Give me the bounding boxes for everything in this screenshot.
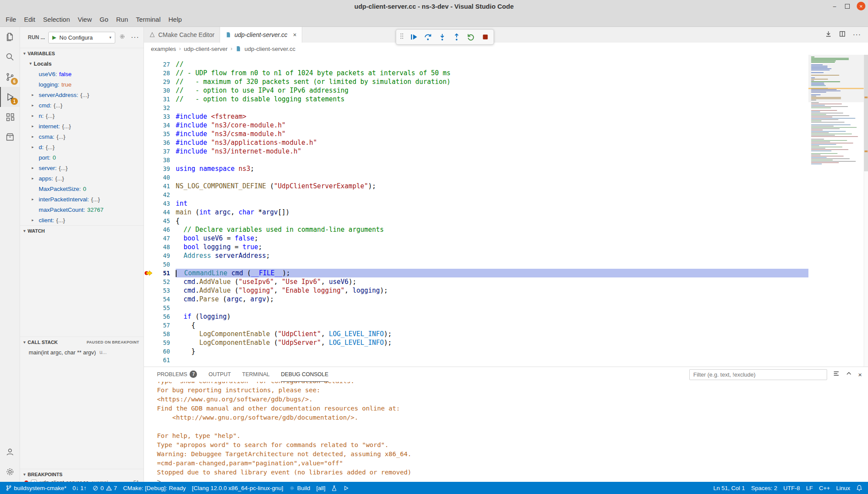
launch-config-dropdown[interactable]: ▶ No Configura ▾ — [48, 32, 115, 43]
variable-row[interactable]: maxPacketCount:32767 — [20, 204, 144, 215]
variables-section-header[interactable]: ▾ VARIABLES — [20, 48, 144, 58]
line-number[interactable]: 40 — [155, 174, 170, 181]
gutter-margin[interactable] — [144, 321, 155, 330]
breakpoints-section-header[interactable]: ▾ BREAKPOINTS — [20, 469, 144, 479]
menu-run[interactable]: Run — [112, 12, 132, 27]
search-icon[interactable] — [0, 47, 20, 67]
code-line[interactable]: 38 — [144, 156, 808, 164]
menu-edit[interactable]: Edit — [20, 12, 39, 27]
split-editor-icon[interactable] — [839, 30, 846, 39]
cmake-status-item[interactable]: CMake: [Debug]: Ready — [120, 482, 189, 494]
gutter-margin[interactable] — [144, 234, 155, 243]
line-number[interactable]: 50 — [155, 261, 170, 268]
code-line[interactable]: 56 if (logging) — [144, 312, 808, 321]
code-line[interactable]: 42 — [144, 190, 808, 199]
code-line[interactable]: 58 LogComponentEnable ("UdpClient", LOG_… — [144, 330, 808, 338]
variable-row[interactable]: ▸interPacketInterval:{...} — [20, 194, 144, 204]
menu-file[interactable]: File — [2, 12, 20, 27]
line-number[interactable]: 37 — [155, 148, 170, 155]
console-filter-input[interactable] — [689, 369, 827, 380]
gutter-margin[interactable] — [144, 147, 155, 156]
gutter-margin[interactable] — [144, 304, 155, 312]
code-line[interactable]: 48 bool logging = true; — [144, 243, 808, 251]
more-actions-icon[interactable]: ··· — [853, 31, 861, 39]
console-prompt[interactable]: > — [157, 477, 868, 482]
tab-udp-client-server[interactable]: udp-client-server.cc × — [220, 27, 302, 43]
gutter-margin[interactable] — [144, 112, 155, 121]
panel-tab-problems[interactable]: PROBLEMS 7 — [157, 367, 197, 382]
continue-button[interactable] — [409, 32, 418, 42]
clear-console-icon[interactable] — [833, 370, 840, 379]
step-into-button[interactable] — [437, 32, 447, 42]
debug-launch-icon[interactable] — [340, 482, 352, 494]
line-number[interactable]: 28 — [155, 70, 170, 77]
gutter-margin[interactable] — [144, 95, 155, 103]
gutter-margin[interactable] — [144, 121, 155, 130]
gutter-margin[interactable] — [144, 356, 155, 364]
line-number[interactable]: 52 — [155, 278, 170, 285]
gutter-margin[interactable] — [144, 243, 155, 251]
variable-row[interactable]: ▸n:{...} — [20, 110, 144, 121]
gutter-margin[interactable] — [144, 199, 155, 208]
variable-row[interactable]: ▸server:{...} — [20, 163, 144, 173]
code-line[interactable]: 51 CommandLine cmd (__FILE__); — [144, 269, 808, 277]
code-line[interactable]: 32 — [144, 103, 808, 112]
code-line[interactable]: 37#include "ns3/internet-module.h" — [144, 147, 808, 156]
variable-row[interactable]: ▸csma:{...} — [20, 131, 144, 142]
gutter-margin[interactable] — [144, 60, 155, 69]
gutter-margin[interactable] — [144, 164, 155, 173]
minimize-icon[interactable]: – — [831, 3, 838, 10]
code-line[interactable]: 45{ — [144, 217, 808, 225]
breadcrumb-folder[interactable]: examples — [151, 46, 176, 52]
menu-view[interactable]: View — [74, 12, 96, 27]
code-line[interactable]: 44main (int argc, char *argv[]) — [144, 208, 808, 217]
line-number[interactable]: 38 — [155, 157, 170, 164]
gutter-margin[interactable] — [144, 86, 155, 95]
gutter-margin[interactable] — [144, 103, 155, 112]
line-number[interactable]: 59 — [155, 339, 170, 346]
line-number[interactable]: 57 — [155, 322, 170, 329]
problems-status-item[interactable]: 0 7 — [90, 482, 120, 494]
line-number[interactable]: 41 — [155, 183, 170, 190]
eol-item[interactable]: LF — [803, 482, 816, 494]
code-line[interactable]: 29// - maximum of 320 packets sent (or l… — [144, 77, 808, 86]
panel-tab-debug-console[interactable]: DEBUG CONSOLE — [281, 367, 328, 382]
code-line[interactable]: 54 cmd.Parse (argc, argv); — [144, 295, 808, 304]
line-number[interactable]: 42 — [155, 191, 170, 198]
close-icon[interactable]: × — [857, 2, 865, 10]
watch-section-header[interactable]: ▾ WATCH — [20, 225, 144, 236]
build-target-item[interactable]: [all] — [313, 482, 328, 494]
gutter-margin[interactable] — [144, 286, 155, 295]
step-out-button[interactable] — [452, 32, 461, 42]
line-number[interactable]: 39 — [155, 165, 170, 172]
variable-row[interactable]: port:0 — [20, 152, 144, 163]
download-icon[interactable] — [825, 30, 832, 39]
gutter-margin[interactable] — [144, 138, 155, 147]
menu-go[interactable]: Go — [96, 12, 112, 27]
menu-terminal[interactable]: Terminal — [132, 12, 165, 27]
code-line[interactable]: 30// - option to use IPv4 or IPv6 addres… — [144, 86, 808, 95]
package-box-icon[interactable] — [0, 127, 20, 147]
gutter-margin[interactable] — [144, 156, 155, 164]
code-line[interactable]: 36#include "ns3/applications-module.h" — [144, 138, 808, 147]
code-line[interactable]: 40 — [144, 173, 808, 182]
breadcrumb-file[interactable]: udp-client-server.cc — [244, 46, 295, 52]
line-number[interactable]: 46 — [155, 226, 170, 233]
code-line[interactable]: 39using namespace ns3; — [144, 164, 808, 173]
code-line[interactable]: 41NS_LOG_COMPONENT_DEFINE ("UdpClientSer… — [144, 182, 808, 190]
code-line[interactable]: 55 — [144, 304, 808, 312]
gutter-margin[interactable] — [144, 312, 155, 321]
variable-row[interactable]: ▸cmd:{...} — [20, 100, 144, 110]
line-number[interactable]: 33 — [155, 113, 170, 120]
line-number[interactable]: 58 — [155, 330, 170, 337]
language-mode-item[interactable]: C++ — [816, 482, 833, 494]
line-number[interactable]: 32 — [155, 104, 170, 111]
git-branch-item[interactable]: buildsystem-cmake* — [3, 482, 70, 494]
code-line[interactable]: 46 // Declare variables used in command-… — [144, 225, 808, 234]
line-number[interactable]: 60 — [155, 348, 170, 355]
gutter-margin[interactable] — [144, 69, 155, 77]
line-number[interactable]: 45 — [155, 217, 170, 224]
start-debug-icon[interactable]: ▶ — [52, 34, 56, 40]
explorer-icon[interactable] — [0, 27, 20, 47]
gutter-margin[interactable] — [144, 269, 155, 277]
